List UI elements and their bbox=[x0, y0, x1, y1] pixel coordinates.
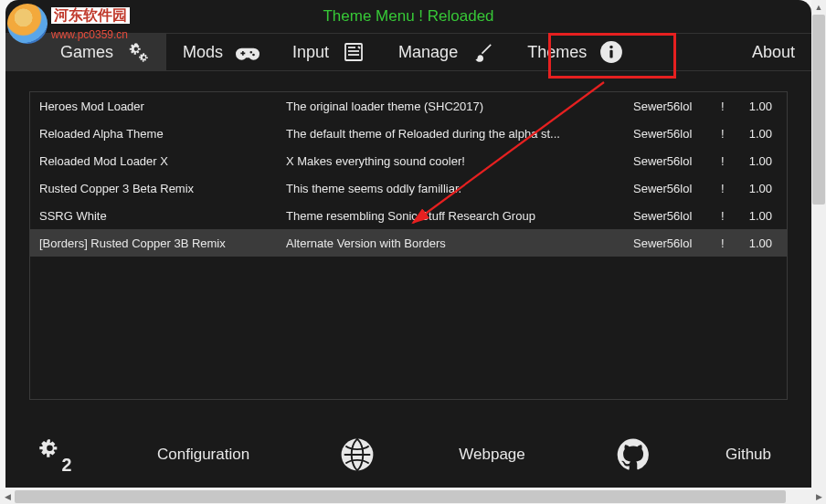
theme-version: 1.00 bbox=[737, 236, 772, 250]
window-title: Theme Menu ! Reloaded bbox=[323, 7, 493, 26]
watermark-url-text: www.pc0359.cn bbox=[51, 29, 130, 40]
theme-name: Heroes Mod Loader bbox=[37, 100, 286, 113]
scrollbar-horizontal[interactable]: ◀ ▶ bbox=[0, 489, 811, 504]
theme-version: 1.00 bbox=[737, 182, 772, 195]
nav-mods[interactable]: Mods bbox=[166, 34, 276, 70]
theme-author: Sewer56lol bbox=[633, 100, 721, 113]
theme-excl: ! bbox=[721, 127, 737, 141]
nav-manage-label: Manage bbox=[398, 43, 458, 62]
watermark-logo-icon bbox=[7, 4, 48, 44]
svg-rect-6 bbox=[610, 50, 613, 58]
table-row[interactable]: SSRG WhiteTheme resembling Sonic Stuff R… bbox=[30, 202, 787, 229]
nav-mods-label: Mods bbox=[183, 43, 223, 62]
table-row[interactable]: [Borders] Rusted Copper 3B RemixAlternat… bbox=[30, 229, 787, 257]
nav-about-label: About bbox=[752, 43, 795, 62]
brush-icon bbox=[471, 40, 494, 64]
theme-excl: ! bbox=[721, 236, 737, 250]
nav-input-label: Input bbox=[292, 43, 329, 62]
theme-excl: ! bbox=[721, 154, 737, 168]
scroll-up-icon[interactable]: ▲ bbox=[811, 0, 826, 15]
theme-desc: The original loader theme (SHC2017) bbox=[286, 100, 633, 113]
theme-version: 1.00 bbox=[737, 127, 772, 141]
bottom-webpage[interactable]: Webpage bbox=[338, 436, 524, 474]
theme-version: 1.00 bbox=[737, 154, 772, 168]
bottom-github[interactable]: Github bbox=[614, 436, 771, 474]
table-row[interactable]: Reloaded Alpha ThemeThe default theme of… bbox=[30, 120, 787, 147]
svg-text:2: 2 bbox=[62, 455, 72, 474]
nav-input[interactable]: Input bbox=[276, 34, 382, 70]
scroll-left-icon[interactable]: ◀ bbox=[0, 489, 15, 504]
scrollbar-vertical[interactable]: ▲ ▼ bbox=[811, 15, 826, 489]
theme-name: SSRG White bbox=[37, 209, 286, 223]
theme-excl: ! bbox=[721, 209, 737, 223]
nav-themes[interactable]: Themes bbox=[511, 34, 640, 70]
theme-desc: X Makes everything sound cooler! bbox=[286, 154, 633, 168]
nav-about[interactable]: About bbox=[736, 34, 811, 70]
theme-name: Reloaded Mod Loader X bbox=[37, 154, 286, 168]
theme-desc: The default theme of Reloaded during the… bbox=[286, 127, 633, 141]
nav-games-label: Games bbox=[60, 43, 113, 62]
nav-manage[interactable]: Manage bbox=[382, 34, 511, 70]
theme-version: 1.00 bbox=[737, 100, 772, 113]
github-icon bbox=[614, 436, 652, 474]
bottom-bar: 2 Configuration Webpage Github bbox=[5, 431, 811, 478]
globe-icon bbox=[338, 436, 376, 474]
gamepad-icon bbox=[236, 40, 259, 64]
bottom-github-label: Github bbox=[725, 446, 771, 464]
theme-excl: ! bbox=[721, 100, 737, 113]
bottom-configuration[interactable]: 2 Configuration bbox=[37, 436, 249, 474]
theme-author: Sewer56lol bbox=[633, 154, 721, 168]
nav-themes-label: Themes bbox=[527, 43, 587, 62]
theme-name: Rusted Copper 3 Beta Remix bbox=[37, 182, 286, 195]
theme-desc: This theme seems oddly familliar. bbox=[286, 182, 633, 195]
table-row[interactable]: Heroes Mod LoaderThe original loader the… bbox=[30, 92, 787, 120]
svg-rect-0 bbox=[345, 44, 362, 60]
table-row[interactable]: Rusted Copper 3 Beta RemixThis theme see… bbox=[30, 174, 787, 202]
watermark-cn-text: 河东软件园 bbox=[51, 7, 130, 24]
theme-name: [Borders] Rusted Copper 3B Remix bbox=[37, 236, 286, 250]
scrollbar-horizontal-thumb[interactable] bbox=[15, 490, 786, 503]
theme-author: Sewer56lol bbox=[633, 127, 721, 141]
theme-author: Sewer56lol bbox=[633, 236, 721, 250]
watermark: 河东软件园 www.pc0359.cn bbox=[7, 4, 130, 44]
form-icon bbox=[342, 40, 365, 64]
table-row[interactable]: Reloaded Mod Loader XX Makes everything … bbox=[30, 147, 787, 174]
app-window: Theme Menu ! Reloaded Games Mods Input M… bbox=[5, 0, 811, 488]
theme-desc: Alternate Version with Borders bbox=[286, 236, 633, 250]
theme-name: Reloaded Alpha Theme bbox=[37, 127, 286, 141]
bottom-webpage-label: Webpage bbox=[459, 446, 524, 464]
bottom-configuration-label: Configuration bbox=[157, 446, 249, 464]
theme-author: Sewer56lol bbox=[633, 209, 721, 223]
scroll-right-icon[interactable]: ▶ bbox=[811, 489, 826, 504]
gears2-icon: 2 bbox=[37, 436, 75, 474]
themes-table: Heroes Mod LoaderThe original loader the… bbox=[29, 91, 788, 400]
svg-point-5 bbox=[609, 46, 612, 48]
theme-excl: ! bbox=[721, 182, 737, 195]
info-icon bbox=[599, 40, 623, 64]
theme-desc: Theme resembling Sonic Stuff Research Gr… bbox=[286, 209, 633, 223]
theme-author: Sewer56lol bbox=[633, 182, 721, 195]
theme-version: 1.00 bbox=[737, 209, 772, 223]
scrollbar-vertical-thumb[interactable] bbox=[812, 15, 825, 205]
